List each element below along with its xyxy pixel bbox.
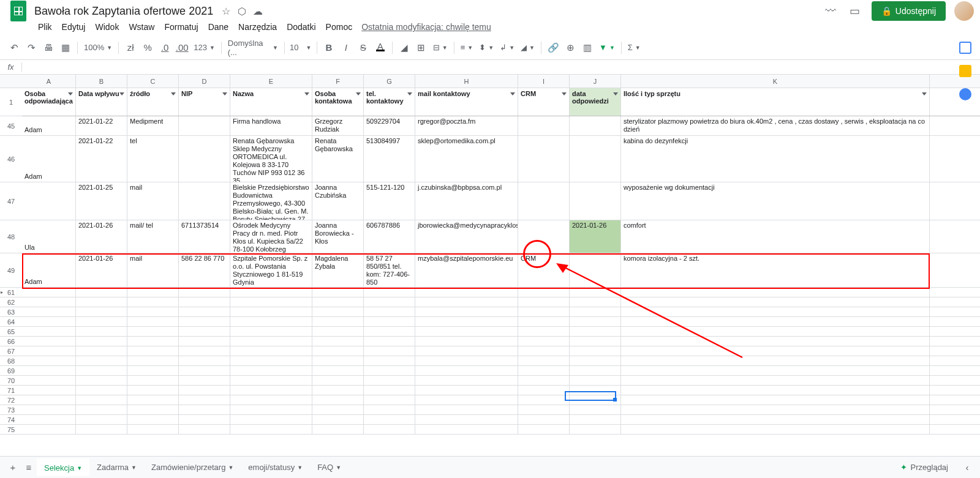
cell[interactable] xyxy=(518,136,570,182)
cell[interactable] xyxy=(415,288,518,297)
row-header-62[interactable]: 62 xyxy=(0,297,22,307)
row-header-72[interactable]: 72 xyxy=(0,395,22,405)
cell[interactable] xyxy=(22,288,76,297)
cell[interactable] xyxy=(570,356,621,365)
cell[interactable] xyxy=(127,376,179,385)
filter-icon[interactable] xyxy=(355,90,362,97)
cell[interactable] xyxy=(621,327,930,336)
share-button[interactable]: 🔒 Udostępnij xyxy=(872,1,946,21)
cell[interactable]: Joanna Czubińska xyxy=(312,182,364,220)
cell[interactable] xyxy=(415,366,518,375)
cell[interactable] xyxy=(415,405,518,414)
cell[interactable] xyxy=(76,297,127,307)
cell[interactable] xyxy=(76,346,127,356)
filter-icon[interactable] xyxy=(560,90,568,97)
cell[interactable] xyxy=(518,386,570,395)
cell[interactable] xyxy=(76,425,127,434)
header-cell-A[interactable]: Osoba odpowiadająca xyxy=(22,88,76,116)
filter-dropdown[interactable]: ▼▼ xyxy=(597,42,617,53)
cell[interactable] xyxy=(364,366,415,375)
cell[interactable]: rgregor@poczta.fm xyxy=(415,116,518,135)
cell[interactable] xyxy=(364,386,415,395)
tasks-icon[interactable] xyxy=(959,88,971,100)
menu-wstaw[interactable]: Wstaw xyxy=(124,21,159,33)
cell[interactable] xyxy=(518,366,570,375)
cell[interactable] xyxy=(312,415,364,424)
cell[interactable] xyxy=(312,356,364,365)
cell[interactable] xyxy=(22,297,76,307)
row-header-48[interactable]: 48 xyxy=(0,220,22,253)
cell[interactable] xyxy=(230,297,312,307)
cell[interactable] xyxy=(312,288,364,297)
cell[interactable]: Grzegorz Rudziak xyxy=(312,116,364,135)
header-cell-I[interactable]: CRM xyxy=(518,88,570,116)
sheet-tab-selekcja[interactable]: Selekcja▼ xyxy=(37,458,89,476)
cell[interactable] xyxy=(179,356,230,365)
last-modification[interactable]: Ostatnia modyfikacja: chwilę temu xyxy=(361,22,491,32)
row-header-63[interactable]: 63 xyxy=(0,307,22,317)
cell[interactable] xyxy=(570,366,621,375)
row-header-74[interactable]: 74 xyxy=(0,415,22,425)
cell[interactable] xyxy=(570,405,621,414)
row-header-65[interactable]: 65 xyxy=(0,327,22,337)
row-header-70[interactable]: 70 xyxy=(0,376,22,386)
cell[interactable] xyxy=(621,366,930,375)
col-header-F[interactable]: F xyxy=(312,75,364,88)
cell[interactable] xyxy=(76,356,127,365)
cell[interactable] xyxy=(179,376,230,385)
cell[interactable] xyxy=(621,307,930,316)
col-header-D[interactable]: D xyxy=(179,75,230,88)
cell[interactable] xyxy=(22,376,76,385)
cell[interactable] xyxy=(415,307,518,316)
cell[interactable] xyxy=(621,395,930,405)
rotate-dropdown[interactable]: ◢▼ xyxy=(518,42,537,53)
cell[interactable] xyxy=(76,337,127,346)
cell[interactable]: mail xyxy=(127,182,179,220)
cell[interactable] xyxy=(76,376,127,385)
cell[interactable]: tel xyxy=(127,136,179,182)
cell[interactable] xyxy=(230,395,312,405)
bold-button[interactable]: B xyxy=(321,40,337,56)
cell[interactable] xyxy=(127,386,179,395)
cell[interactable] xyxy=(76,307,127,316)
cell[interactable]: Adam xyxy=(22,136,76,182)
header-cell-H[interactable]: mail kontaktowy xyxy=(415,88,518,116)
cell[interactable] xyxy=(570,337,621,346)
cell[interactable] xyxy=(621,337,930,346)
merge-dropdown[interactable]: ⊟▼ xyxy=(431,42,450,53)
cell[interactable] xyxy=(570,386,621,395)
cell[interactable] xyxy=(230,317,312,326)
all-sheets-button[interactable]: ≡ xyxy=(21,460,37,476)
cell[interactable] xyxy=(621,297,930,307)
cloud-icon[interactable]: ☁ xyxy=(252,6,263,17)
cell[interactable] xyxy=(312,405,364,414)
cell[interactable]: Adam xyxy=(22,116,76,135)
cell[interactable] xyxy=(621,288,930,297)
cell[interactable] xyxy=(127,405,179,414)
cell[interactable] xyxy=(415,415,518,424)
cell[interactable] xyxy=(179,327,230,336)
row-header-45[interactable]: 45 xyxy=(0,116,22,136)
star-icon[interactable]: ☆ xyxy=(221,6,232,17)
cell[interactable]: kabina do dezynfekcji xyxy=(621,136,930,182)
cell[interactable] xyxy=(312,366,364,375)
header-cell-G[interactable]: tel. kontaktowy xyxy=(364,88,415,116)
col-header-C[interactable]: C xyxy=(127,75,179,88)
cell[interactable] xyxy=(364,395,415,405)
col-header-E[interactable]: E xyxy=(230,75,312,88)
cell[interactable] xyxy=(22,356,76,365)
col-header-A[interactable]: A xyxy=(22,75,76,88)
header-cell-D[interactable]: NIP xyxy=(179,88,230,116)
cell[interactable] xyxy=(518,317,570,326)
cell[interactable] xyxy=(22,386,76,395)
cell[interactable] xyxy=(312,376,364,385)
filter-icon[interactable] xyxy=(170,90,177,97)
cell[interactable] xyxy=(364,356,415,365)
row-header-1[interactable]: 1 xyxy=(0,88,22,116)
cell[interactable]: 509229704 xyxy=(364,116,415,135)
sheet-tab-faq[interactable]: FAQ▼ xyxy=(310,458,349,476)
cell[interactable] xyxy=(179,346,230,356)
filter-icon[interactable] xyxy=(67,90,74,97)
menu-edytuj[interactable]: Edytuj xyxy=(58,21,90,33)
menu-plik[interactable]: Plik xyxy=(34,21,56,33)
